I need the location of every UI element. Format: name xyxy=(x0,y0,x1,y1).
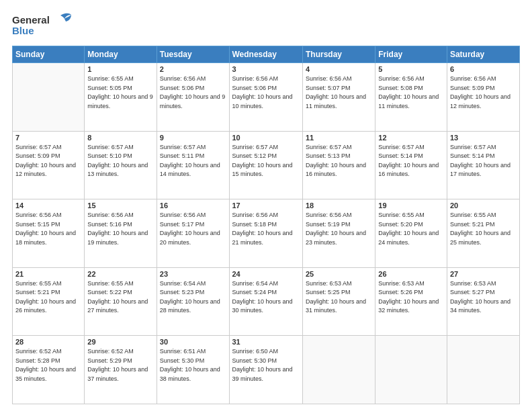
day-number: 1 xyxy=(87,65,153,73)
day-info: Sunrise: 6:56 AMSunset: 5:06 PMDaylight:… xyxy=(160,75,226,111)
day-number: 2 xyxy=(160,65,226,73)
day-info: Sunrise: 6:52 AMSunset: 5:29 PMDaylight:… xyxy=(87,347,153,383)
weekday-header-sunday: Sunday xyxy=(13,46,85,63)
day-info: Sunrise: 6:55 AMSunset: 5:21 PMDaylight:… xyxy=(450,211,517,247)
calendar-cell: 6Sunrise: 6:56 AMSunset: 5:09 PMDaylight… xyxy=(447,63,519,132)
calendar-cell: 24Sunrise: 6:54 AMSunset: 5:24 PMDayligh… xyxy=(229,267,302,336)
day-number: 26 xyxy=(378,270,444,278)
calendar-cell: 11Sunrise: 6:57 AMSunset: 5:13 PMDayligh… xyxy=(302,131,375,199)
day-number: 16 xyxy=(160,201,226,210)
calendar-cell: 23Sunrise: 6:54 AMSunset: 5:23 PMDayligh… xyxy=(157,267,229,336)
calendar-body: 1Sunrise: 6:55 AMSunset: 5:05 PMDaylight… xyxy=(13,63,520,404)
calendar-cell xyxy=(375,336,447,404)
calendar-cell: 27Sunrise: 6:53 AMSunset: 5:27 PMDayligh… xyxy=(447,267,519,336)
weekday-header-tuesday: Tuesday xyxy=(157,46,229,63)
day-info: Sunrise: 6:56 AMSunset: 5:06 PMDaylight:… xyxy=(232,75,300,111)
day-number: 4 xyxy=(306,65,372,73)
day-info: Sunrise: 6:54 AMSunset: 5:24 PMDaylight:… xyxy=(232,279,300,316)
day-number: 30 xyxy=(160,338,226,346)
weekday-header-friday: Friday xyxy=(375,46,447,63)
day-info: Sunrise: 6:56 AMSunset: 5:18 PMDaylight:… xyxy=(232,211,300,247)
day-info: Sunrise: 6:51 AMSunset: 5:30 PMDaylight:… xyxy=(160,347,226,383)
weekday-header-thursday: Thursday xyxy=(302,46,375,63)
calendar-week-2: 14Sunrise: 6:56 AMSunset: 5:15 PMDayligh… xyxy=(13,199,520,268)
calendar-cell: 10Sunrise: 6:57 AMSunset: 5:12 PMDayligh… xyxy=(229,131,302,199)
day-number: 23 xyxy=(160,270,226,278)
day-info: Sunrise: 6:53 AMSunset: 5:26 PMDaylight:… xyxy=(378,279,444,316)
calendar-cell: 15Sunrise: 6:56 AMSunset: 5:16 PMDayligh… xyxy=(85,199,157,268)
day-number: 7 xyxy=(15,134,81,142)
calendar-cell: 17Sunrise: 6:56 AMSunset: 5:18 PMDayligh… xyxy=(229,199,302,268)
weekday-header-monday: Monday xyxy=(85,46,157,63)
calendar-table: SundayMondayTuesdayWednesdayThursdayFrid… xyxy=(12,46,520,404)
day-number: 18 xyxy=(306,201,372,210)
day-number: 25 xyxy=(306,270,372,278)
weekday-header-row: SundayMondayTuesdayWednesdayThursdayFrid… xyxy=(13,46,520,63)
day-number: 5 xyxy=(378,65,444,73)
calendar: SundayMondayTuesdayWednesdayThursdayFrid… xyxy=(12,46,520,404)
calendar-cell: 2Sunrise: 6:56 AMSunset: 5:06 PMDaylight… xyxy=(157,63,229,132)
calendar-week-3: 21Sunrise: 6:55 AMSunset: 5:21 PMDayligh… xyxy=(13,267,520,336)
day-number: 9 xyxy=(160,134,226,142)
logo: GeneralBlue xyxy=(12,12,73,39)
calendar-week-0: 1Sunrise: 6:55 AMSunset: 5:05 PMDaylight… xyxy=(13,63,520,132)
day-number: 20 xyxy=(450,201,517,210)
day-info: Sunrise: 6:54 AMSunset: 5:23 PMDaylight:… xyxy=(160,279,226,316)
day-number: 21 xyxy=(15,270,81,278)
calendar-cell: 3Sunrise: 6:56 AMSunset: 5:06 PMDaylight… xyxy=(229,63,302,132)
calendar-cell: 28Sunrise: 6:52 AMSunset: 5:28 PMDayligh… xyxy=(13,336,85,404)
weekday-header-wednesday: Wednesday xyxy=(229,46,302,63)
calendar-week-1: 7Sunrise: 6:57 AMSunset: 5:09 PMDaylight… xyxy=(13,131,520,199)
day-info: Sunrise: 6:57 AMSunset: 5:14 PMDaylight:… xyxy=(378,143,444,179)
day-number: 24 xyxy=(232,270,300,278)
day-info: Sunrise: 6:56 AMSunset: 5:08 PMDaylight:… xyxy=(378,75,444,111)
calendar-cell: 20Sunrise: 6:55 AMSunset: 5:21 PMDayligh… xyxy=(447,199,519,268)
day-info: Sunrise: 6:57 AMSunset: 5:11 PMDaylight:… xyxy=(160,143,226,179)
day-info: Sunrise: 6:57 AMSunset: 5:12 PMDaylight:… xyxy=(232,143,300,179)
day-number: 29 xyxy=(87,338,153,346)
calendar-cell: 31Sunrise: 6:50 AMSunset: 5:30 PMDayligh… xyxy=(229,336,302,404)
calendar-cell xyxy=(447,336,519,404)
svg-text:General: General xyxy=(12,14,50,26)
calendar-cell xyxy=(13,63,85,132)
day-info: Sunrise: 6:56 AMSunset: 5:07 PMDaylight:… xyxy=(306,75,372,111)
weekday-header-saturday: Saturday xyxy=(447,46,519,63)
header: GeneralBlue xyxy=(12,12,520,39)
day-info: Sunrise: 6:50 AMSunset: 5:30 PMDaylight:… xyxy=(232,347,300,383)
logo-svg: GeneralBlue xyxy=(12,12,73,39)
calendar-cell: 22Sunrise: 6:55 AMSunset: 5:22 PMDayligh… xyxy=(85,267,157,336)
day-number: 3 xyxy=(232,65,300,73)
calendar-cell: 25Sunrise: 6:53 AMSunset: 5:25 PMDayligh… xyxy=(302,267,375,336)
day-number: 31 xyxy=(232,338,300,346)
day-number: 27 xyxy=(450,270,517,278)
day-info: Sunrise: 6:56 AMSunset: 5:15 PMDaylight:… xyxy=(15,211,81,247)
calendar-cell xyxy=(302,336,375,404)
day-number: 8 xyxy=(87,134,153,142)
day-number: 22 xyxy=(87,270,153,278)
day-number: 19 xyxy=(378,201,444,210)
calendar-cell: 21Sunrise: 6:55 AMSunset: 5:21 PMDayligh… xyxy=(13,267,85,336)
svg-text:Blue: Blue xyxy=(12,25,34,36)
calendar-cell: 18Sunrise: 6:56 AMSunset: 5:19 PMDayligh… xyxy=(302,199,375,268)
calendar-cell: 12Sunrise: 6:57 AMSunset: 5:14 PMDayligh… xyxy=(375,131,447,199)
day-info: Sunrise: 6:56 AMSunset: 5:16 PMDaylight:… xyxy=(87,211,153,247)
day-info: Sunrise: 6:57 AMSunset: 5:14 PMDaylight:… xyxy=(450,143,517,179)
day-number: 12 xyxy=(378,134,444,142)
calendar-cell: 30Sunrise: 6:51 AMSunset: 5:30 PMDayligh… xyxy=(157,336,229,404)
calendar-cell: 26Sunrise: 6:53 AMSunset: 5:26 PMDayligh… xyxy=(375,267,447,336)
day-info: Sunrise: 6:56 AMSunset: 5:17 PMDaylight:… xyxy=(160,211,226,247)
day-number: 11 xyxy=(306,134,372,142)
calendar-cell: 1Sunrise: 6:55 AMSunset: 5:05 PMDaylight… xyxy=(85,63,157,132)
day-number: 6 xyxy=(450,65,517,73)
day-info: Sunrise: 6:55 AMSunset: 5:22 PMDaylight:… xyxy=(87,279,153,316)
day-number: 13 xyxy=(450,134,517,142)
day-number: 10 xyxy=(232,134,300,142)
day-info: Sunrise: 6:57 AMSunset: 5:10 PMDaylight:… xyxy=(87,143,153,179)
day-info: Sunrise: 6:57 AMSunset: 5:13 PMDaylight:… xyxy=(306,143,372,179)
calendar-cell: 29Sunrise: 6:52 AMSunset: 5:29 PMDayligh… xyxy=(85,336,157,404)
calendar-cell: 13Sunrise: 6:57 AMSunset: 5:14 PMDayligh… xyxy=(447,131,519,199)
day-info: Sunrise: 6:53 AMSunset: 5:25 PMDaylight:… xyxy=(306,279,372,316)
calendar-cell: 5Sunrise: 6:56 AMSunset: 5:08 PMDaylight… xyxy=(375,63,447,132)
day-info: Sunrise: 6:53 AMSunset: 5:27 PMDaylight:… xyxy=(450,279,517,316)
calendar-cell: 4Sunrise: 6:56 AMSunset: 5:07 PMDaylight… xyxy=(302,63,375,132)
